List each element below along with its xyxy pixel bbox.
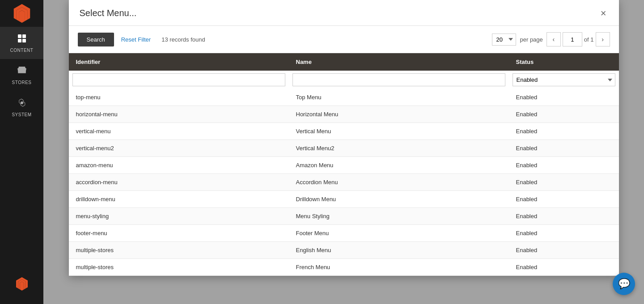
sidebar: CONTENT STORES SYSTEM — [0, 0, 43, 304]
chat-widget[interactable]: 💬 — [613, 273, 635, 295]
chat-icon: 💬 — [618, 278, 630, 290]
modal-close-button[interactable]: × — [599, 8, 608, 18]
cell-status: Enabled — [509, 157, 619, 174]
table-filter-row: Enabled Disabled — [69, 71, 619, 89]
records-count: 13 records found — [161, 36, 205, 43]
cell-name: Vertical Menu2 — [289, 140, 509, 157]
cell-status: Enabled — [509, 191, 619, 208]
table-body: top-menuTop MenuEnabledhorizontal-menuHo… — [69, 89, 619, 276]
filter-status-cell: Enabled Disabled — [509, 71, 619, 89]
table-row[interactable]: top-menuTop MenuEnabled — [69, 89, 619, 106]
content-icon — [17, 33, 27, 46]
cell-status: Enabled — [509, 106, 619, 123]
cell-name: Amazon Menu — [289, 157, 509, 174]
cell-status: Enabled — [509, 208, 619, 225]
table-row[interactable]: amazon-menuAmazon MenuEnabled — [69, 157, 619, 174]
cell-name: French Menu — [289, 259, 509, 276]
sidebar-item-stores-label: STORES — [12, 80, 32, 85]
filter-identifier-cell — [69, 71, 289, 89]
cell-status: Enabled — [509, 259, 619, 276]
col-header-status: Status — [509, 53, 619, 71]
per-page-label: per page — [520, 36, 542, 43]
cell-status: Enabled — [509, 174, 619, 191]
page-number-input[interactable] — [563, 32, 582, 46]
sidebar-item-stores[interactable]: STORES — [0, 59, 43, 91]
cell-name: Footer Menu — [289, 225, 509, 242]
cell-name: English Menu — [289, 242, 509, 259]
filter-identifier-input[interactable] — [72, 73, 285, 86]
toolbar: Search Reset Filter 13 records found 20 … — [69, 26, 619, 53]
filter-name-input[interactable] — [292, 73, 505, 86]
cell-identifier: footer-menu — [69, 225, 289, 242]
reset-filter-button[interactable]: Reset Filter — [121, 36, 151, 43]
table-row[interactable]: vertical-menu2Vertical Menu2Enabled — [69, 140, 619, 157]
system-icon — [17, 97, 27, 110]
sidebar-item-system[interactable]: SYSTEM — [0, 91, 43, 123]
cell-status: Enabled — [509, 123, 619, 140]
per-page-select-container: 20 10 30 50 100 — [492, 34, 516, 46]
sidebar-item-content-label: CONTENT — [10, 48, 34, 53]
sidebar-logo — [0, 0, 43, 27]
svg-rect-1 — [22, 34, 26, 38]
cell-name: Drilldown Menu — [289, 191, 509, 208]
search-button[interactable]: Search — [78, 33, 114, 46]
table-row[interactable]: vertical-menuVertical MenuEnabled — [69, 123, 619, 140]
table-row[interactable]: accordion-menuAccordion MenuEnabled — [69, 174, 619, 191]
svg-rect-0 — [18, 34, 21, 38]
filter-name-cell — [289, 71, 509, 89]
cell-identifier: amazon-menu — [69, 157, 289, 174]
modal-title: Select Menu... — [80, 8, 137, 18]
pagination: 20 10 30 50 100 per page ‹ of 1 › — [492, 32, 610, 46]
cell-identifier: multiple-stores — [69, 242, 289, 259]
cell-identifier: accordion-menu — [69, 174, 289, 191]
cell-identifier: drilldown-menu — [69, 191, 289, 208]
cell-identifier: top-menu — [69, 89, 289, 106]
modal-overlay: Select Menu... × Search Reset Filter 13 … — [43, 0, 644, 304]
table-header-row: Identifier Name Status — [69, 53, 619, 71]
col-header-identifier: Identifier — [69, 53, 289, 71]
per-page-select[interactable]: 20 10 30 50 100 — [492, 34, 516, 46]
table-row[interactable]: multiple-storesEnglish MenuEnabled — [69, 242, 619, 259]
page-navigation: ‹ of 1 › — [547, 32, 610, 46]
main-area: Select Menu... × Search Reset Filter 13 … — [43, 0, 644, 304]
sidebar-item-system-label: SYSTEM — [12, 112, 31, 117]
cell-status: Enabled — [509, 225, 619, 242]
table-row[interactable]: horizontal-menuHorizontal MenuEnabled — [69, 106, 619, 123]
cell-status: Enabled — [509, 89, 619, 106]
table-row[interactable]: footer-menuFooter MenuEnabled — [69, 225, 619, 242]
cell-identifier: horizontal-menu — [69, 106, 289, 123]
modal-header: Select Menu... × — [69, 0, 619, 26]
sidebar-item-content[interactable]: CONTENT — [0, 27, 43, 59]
cell-name: Horizontal Menu — [289, 106, 509, 123]
cell-status: Enabled — [509, 242, 619, 259]
page-total: of 1 — [584, 36, 594, 43]
menu-table: Identifier Name Status — [69, 53, 619, 276]
cell-name: Accordion Menu — [289, 174, 509, 191]
cell-identifier: multiple-stores — [69, 259, 289, 276]
page-next-button[interactable]: › — [596, 32, 610, 46]
cell-identifier: vertical-menu2 — [69, 140, 289, 157]
sidebar-bottom — [0, 271, 43, 304]
cell-name: Menu Styling — [289, 208, 509, 225]
svg-rect-2 — [18, 39, 21, 42]
cell-identifier: menu-styling — [69, 208, 289, 225]
stores-icon — [17, 65, 27, 78]
cell-name: Top Menu — [289, 89, 509, 106]
table-row[interactable]: multiple-storesFrench MenuEnabled — [69, 259, 619, 276]
col-header-name: Name — [289, 53, 509, 71]
sidebar-item-logo-bottom[interactable] — [0, 271, 43, 297]
cell-identifier: vertical-menu — [69, 123, 289, 140]
table-row[interactable]: drilldown-menuDrilldown MenuEnabled — [69, 191, 619, 208]
cell-name: Vertical Menu — [289, 123, 509, 140]
page-prev-button[interactable]: ‹ — [547, 32, 561, 46]
filter-status-select[interactable]: Enabled Disabled — [513, 73, 615, 86]
svg-rect-3 — [22, 39, 26, 42]
cell-status: Enabled — [509, 140, 619, 157]
table-row[interactable]: menu-stylingMenu StylingEnabled — [69, 208, 619, 225]
select-menu-modal: Select Menu... × Search Reset Filter 13 … — [69, 0, 619, 276]
